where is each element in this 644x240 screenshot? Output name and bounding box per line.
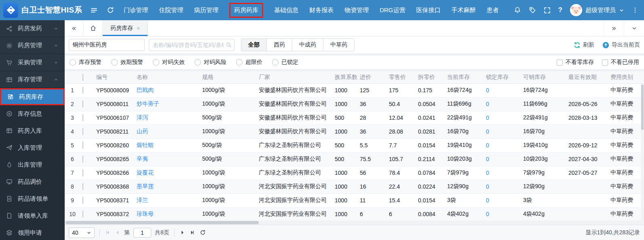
sidebar-item-10[interactable]: 药品调价 <box>0 173 65 190</box>
column-header-11[interactable]: 可销库存 <box>521 71 566 83</box>
sidebar-item-7[interactable]: 药房入库 <box>0 122 65 139</box>
drug-name-link[interactable]: 珍珠母 <box>134 207 200 221</box>
topbar-menu-item-2[interactable]: 住院管理 <box>159 6 183 14</box>
sidebar-item-2[interactable]: 药房管理 <box>0 37 65 54</box>
column-header-5[interactable]: 换算系数 <box>332 71 357 83</box>
drug-name-link[interactable]: 炒牛蒡子 <box>134 97 200 111</box>
next-page-button[interactable] <box>179 229 186 236</box>
sidebar-item-9[interactable]: 出库管理 <box>0 156 65 173</box>
user-menu[interactable]: 超级管理员 <box>570 4 624 16</box>
tabs-scroll-right-button[interactable]: » <box>604 20 624 36</box>
tabs-list-button[interactable] <box>624 20 644 36</box>
locked-stock-link[interactable]: 0 <box>484 125 521 138</box>
sidebar-item-3[interactable]: 采购管理 <box>0 54 65 71</box>
column-header-3[interactable]: 规格 <box>200 71 256 83</box>
tag-icon[interactable] <box>529 6 536 14</box>
column-header-10[interactable]: 锁定库存 <box>484 71 521 83</box>
topbar-menu-item-10[interactable]: 手术麻醉 <box>452 6 476 14</box>
column-header-6[interactable]: 进价 <box>357 71 386 83</box>
vertical-scrollbar-thumb[interactable] <box>641 85 644 130</box>
tab-pharmacy-stock[interactable]: 药房库存 × <box>103 20 148 36</box>
drug-name-link[interactable]: 泽兰 <box>134 193 200 207</box>
collapse-menu-icon[interactable] <box>90 6 98 14</box>
refresh-button[interactable]: 刷新 <box>574 41 594 49</box>
column-header-13[interactable]: 费用类别 <box>608 71 644 83</box>
bell-icon[interactable] <box>514 6 521 14</box>
checkbox-filter-1[interactable]: 不看零库存 <box>557 59 594 66</box>
column-header-2[interactable]: 名称 <box>134 71 200 83</box>
row-checkbox[interactable] <box>82 142 83 149</box>
topbar-menu-item-5[interactable]: 基础信息 <box>274 6 298 14</box>
kebab-menu-icon[interactable] <box>632 7 638 13</box>
row-checkbox[interactable] <box>82 183 83 190</box>
sidebar-item-8[interactable]: 入库管理 <box>0 139 65 156</box>
page-size-select[interactable]: 40 <box>69 227 95 238</box>
select-all-checkbox[interactable] <box>82 74 83 81</box>
topbar-menu-item-7[interactable]: 物资管理 <box>344 6 369 14</box>
category-button-1[interactable]: 全部 <box>241 39 267 51</box>
drug-name-link[interactable]: 辛夷 <box>134 152 200 166</box>
locked-stock-link[interactable]: 0 <box>484 180 521 193</box>
row-checkbox[interactable] <box>82 128 83 135</box>
column-header-7[interactable]: 零售价 <box>386 71 416 83</box>
column-header-12[interactable]: 最近有效期 <box>566 71 608 83</box>
sidebar-item-1[interactable]: 药房发药 <box>0 20 65 37</box>
topbar-menu-item-4[interactable]: 药房药库 <box>229 3 263 18</box>
help-icon[interactable]: ? <box>558 6 562 14</box>
category-button-2[interactable]: 西药 <box>267 39 292 51</box>
locked-stock-link[interactable]: 0 <box>484 166 521 180</box>
row-checkbox[interactable] <box>82 210 83 218</box>
row-checkbox[interactable] <box>82 100 83 108</box>
vertical-scrollbar[interactable] <box>641 84 644 225</box>
reload-icon[interactable] <box>107 6 114 14</box>
sidebar-item-12[interactable]: 请领单入库 <box>0 207 65 224</box>
locked-stock-link[interactable]: 0 <box>484 193 521 207</box>
reload-page-button[interactable] <box>200 229 206 236</box>
topbar-menu-item-1[interactable]: 门诊管理 <box>124 6 148 14</box>
locked-stock-link[interactable]: 0 <box>484 138 521 152</box>
tab-close-icon[interactable]: × <box>137 25 140 32</box>
radio-filter-6[interactable]: 已锁定 <box>272 59 298 66</box>
export-page-button[interactable]: 导出当前页 <box>602 41 640 49</box>
last-page-button[interactable] <box>189 229 195 236</box>
radio-filter-2[interactable]: 效期预警 <box>111 59 143 66</box>
row-checkbox[interactable] <box>82 169 83 176</box>
topbar-menu-item-9[interactable]: 医保接口 <box>416 6 441 14</box>
column-header-4[interactable]: 厂家 <box>256 71 332 83</box>
horizontal-scrollbar-thumb[interactable] <box>65 221 259 224</box>
locked-stock-link[interactable]: 0 <box>484 207 521 221</box>
radio-filter-1[interactable]: 库存预警 <box>70 59 101 66</box>
drug-name-link[interactable]: 山药 <box>134 125 200 138</box>
sidebar-item-4[interactable]: 库存管理 <box>0 71 65 88</box>
row-checkbox[interactable] <box>82 87 83 94</box>
locked-stock-link[interactable]: 0 <box>484 97 521 111</box>
row-checkbox[interactable] <box>82 155 83 163</box>
sidebar-item-5[interactable]: 药房库存 <box>0 88 65 105</box>
drug-name-link[interactable]: 巴戟肉 <box>134 83 200 97</box>
tabs-scroll-left-button[interactable]: « <box>65 20 84 36</box>
prev-page-button[interactable] <box>114 229 120 236</box>
locked-stock-link[interactable]: 0 <box>484 83 521 97</box>
radio-filter-5[interactable]: 超限价 <box>236 59 262 66</box>
fullscreen-icon[interactable] <box>544 7 551 14</box>
locked-stock-link[interactable]: 0 <box>484 111 521 125</box>
topbar-menu-item-8[interactable]: DRG运营 <box>380 6 405 14</box>
column-header-1[interactable]: 编号 <box>94 71 134 83</box>
category-button-4[interactable]: 中草药 <box>323 39 354 51</box>
horizontal-scrollbar[interactable] <box>65 221 641 225</box>
drug-name-link[interactable]: 墨旱莲 <box>134 180 200 193</box>
sidebar-item-6[interactable]: 库存信息 <box>0 105 65 122</box>
drug-name-link[interactable]: 煅牡蛎 <box>134 138 200 152</box>
home-tab-button[interactable] <box>84 20 103 36</box>
sidebar-item-13[interactable]: 领用申请 <box>0 224 65 240</box>
pharmacy-select[interactable] <box>69 39 145 51</box>
radio-filter-3[interactable]: 对码失效 <box>153 59 185 66</box>
locked-stock-link[interactable]: 0 <box>484 152 521 166</box>
column-header-8[interactable]: 拆零价 <box>416 71 445 83</box>
topbar-menu-item-3[interactable]: 病历管理 <box>194 6 218 14</box>
sidebar-item-11[interactable]: 药品请领单 <box>0 190 65 207</box>
checkbox-filter-2[interactable]: 不看已停用 <box>602 59 639 66</box>
radio-filter-4[interactable]: 对码风险 <box>194 59 226 66</box>
first-page-button[interactable] <box>105 229 111 236</box>
drug-name-link[interactable]: 泽泻 <box>134 111 200 125</box>
